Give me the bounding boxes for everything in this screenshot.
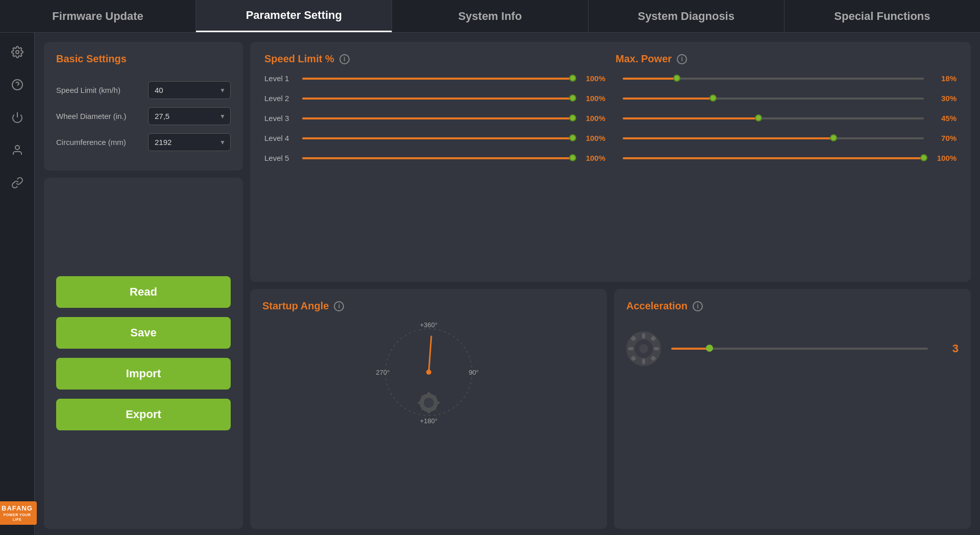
speed-level-2-track[interactable] [302,97,573,100]
gear-icon [626,331,661,366]
power-level-1-track[interactable] [623,77,924,80]
circumference-select-wrapper: 2192 2045 2224 2290 ▼ [148,133,231,151]
power-level-1-thumb[interactable] [673,75,680,82]
settings-icon[interactable] [8,43,27,61]
speed-level-2-thumb[interactable] [569,94,576,102]
svg-text:+180°: +180° [420,417,437,425]
power-level-5-thumb[interactable] [920,154,927,161]
power-level-1-value: 18% [931,74,957,83]
power-icon[interactable] [8,108,27,127]
power-level-3-empty [758,117,924,119]
tab-special[interactable]: Special Functions [785,0,980,32]
power-level-3-fill [623,117,758,119]
speed-limit-row: Speed Limit (km/h) 40 25 32 45 ▼ [56,81,231,99]
speed-limit-info-icon[interactable]: i [339,54,350,64]
wheel-diameter-select[interactable]: 27,5 26 28 29 [148,107,231,125]
svg-marker-9 [427,412,430,414]
power-level-2-value: 30% [931,94,957,103]
tab-parameter[interactable]: Parameter Setting [196,0,392,32]
tab-sysinfo[interactable]: System Info [392,0,588,32]
speed-level-1-track[interactable] [302,77,573,80]
circumference-select[interactable]: 2192 2045 2224 2290 [148,133,231,151]
circumference-row: Circumference (mm) 2192 2045 2224 2290 ▼ [56,133,231,151]
speed-level-4-value: 100% [580,134,605,142]
speed-level-1-fill [302,78,573,80]
power-level-3-track[interactable] [623,117,924,120]
power-level-2-row: 30% [616,94,957,103]
svg-point-21 [426,370,431,375]
svg-point-0 [16,51,19,54]
speed-level-3-value: 100% [580,114,605,123]
accel-track-filled [671,348,709,350]
svg-marker-8 [427,392,430,394]
help-icon[interactable] [8,76,27,94]
speed-level-1-value: 100% [580,74,605,83]
top-navigation: Firmware Update Parameter Setting System… [0,0,980,33]
speed-level-1-row: Level 1 100% [264,74,605,83]
speed-level-4-thumb[interactable] [569,134,576,141]
startup-angle-info-icon[interactable]: i [334,301,344,311]
read-button[interactable]: Read [56,276,231,308]
link-icon[interactable] [8,174,27,192]
speed-level-5-fill [302,157,573,159]
svg-rect-28 [654,347,659,350]
accel-track-empty [709,348,928,350]
speed-level-5-row: Level 5 100% [264,154,605,162]
max-power-section-title: Max. Power i [616,53,957,65]
svg-text:90°: 90° [469,369,479,376]
speed-level-5-thumb[interactable] [569,154,576,161]
acceleration-slider-track[interactable] [671,347,928,350]
power-level-4-row: 70% [616,134,957,142]
speed-limit-select[interactable]: 40 25 32 45 [148,81,231,99]
export-button[interactable]: Export [56,399,231,430]
user-icon[interactable] [8,141,27,159]
startup-angle-gauge: +360° 90° +180° 270° [262,321,595,423]
power-level-1-empty [677,78,924,80]
speed-level-5-track[interactable] [302,157,573,160]
power-level-2-track[interactable] [623,97,924,100]
speed-level-3-fill [302,117,573,119]
acceleration-info-icon[interactable]: i [693,301,703,311]
speed-level-2-value: 100% [580,94,605,103]
circumference-label: Circumference (mm) [56,138,148,147]
speed-level-2-label: Level 2 [264,94,295,103]
power-level-2-thumb[interactable] [709,94,717,102]
power-level-3-thumb[interactable] [755,114,762,121]
acceleration-panel: Acceleration i [614,289,971,529]
tab-firmware[interactable]: Firmware Update [0,0,196,32]
action-panel: Read Save Import Export [44,178,243,529]
speed-level-2-fill [302,98,573,100]
main-layout: BAFANG POWER YOUR LIFE Basic Settings Sp… [0,33,980,535]
power-level-4-value: 70% [931,134,957,142]
speed-level-3-track[interactable] [302,117,573,120]
content-area: Basic Settings Speed Limit (km/h) 40 25 … [35,33,980,535]
svg-rect-25 [642,333,645,338]
max-power-info-icon[interactable]: i [677,54,687,64]
speed-level-4-row: Level 4 100% [264,134,605,142]
speed-limit-select-wrapper: 40 25 32 45 ▼ [148,81,231,99]
bottom-right-panels: Startup Angle i [250,289,971,529]
speed-level-5-value: 100% [580,154,605,162]
svg-point-7 [424,398,434,408]
speed-level-2-row: Level 2 100% [264,94,605,103]
accel-thumb[interactable] [706,345,713,352]
sidebar: BAFANG POWER YOUR LIFE [0,33,35,535]
speed-level-3-thumb[interactable] [569,114,576,121]
save-button[interactable]: Save [56,317,231,349]
max-power-section: Max. Power i 18% 30% [616,53,957,174]
power-level-4-thumb[interactable] [830,134,837,141]
wheel-diameter-select-wrapper: 27,5 26 28 29 ▼ [148,107,231,125]
power-level-4-track[interactable] [623,137,924,140]
tab-sysdiag[interactable]: System Diagnosis [589,0,785,32]
speed-level-4-fill [302,137,573,139]
import-button[interactable]: Import [56,358,231,390]
power-level-1-row: 18% [616,74,957,83]
acceleration-value: 3 [938,342,959,355]
power-level-5-track[interactable] [623,157,924,160]
left-column: Basic Settings Speed Limit (km/h) 40 25 … [44,42,243,529]
power-level-3-value: 45% [931,114,957,123]
power-level-3-row: 45% [616,114,957,123]
svg-rect-26 [642,359,645,364]
speed-level-1-thumb[interactable] [569,75,576,82]
speed-level-4-track[interactable] [302,137,573,140]
